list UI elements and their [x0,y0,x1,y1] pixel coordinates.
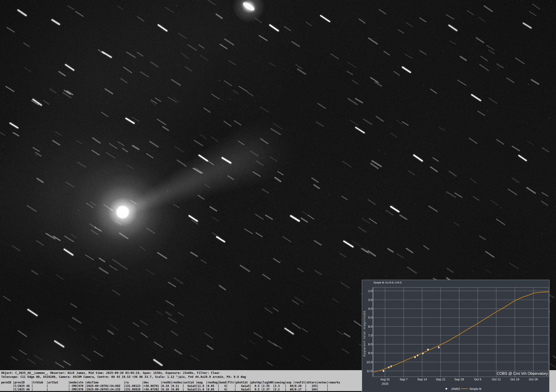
y-axis-label: Apparent total magnitude [363,310,366,357]
data-point [383,370,384,372]
fit-curve [374,292,549,372]
astro-image-viewer: Object: C_2025_A6__Lemmon_, Observer: Ni… [0,0,556,392]
partial-table-row [0,391,362,392]
y-tick-label: 7.0 [368,334,372,337]
data-point [438,346,440,348]
cobs-lightcurve-panel: Aug 31Sep 7Sep 14Sep 21Sep 28Oct 5Oct 12… [362,280,549,392]
x-tick-label: Sep 14 [417,378,427,381]
y-tick-label: 4.0 [368,307,372,310]
y-tick-label: 8.0 [368,343,372,346]
x-axis-year-label: 2025 [382,382,389,385]
x-tick-label: Aug 31 [380,378,390,381]
legend-label: Simple fit [469,387,481,391]
chart-title: Simple fit: H₀=6.6; n=6.0; [373,281,402,284]
y-tick-label: 5.0 [368,316,372,319]
y-tick-label: 11.0 [367,369,372,373]
y-tick-label: 10.0 [366,361,372,364]
x-tick-label: Sep 21 [436,378,445,381]
x-tick-label: Sep 28 [455,378,464,381]
observatory-watermark: COBS @ Crni Vrh Observatory [497,372,548,376]
y-tick-label: 9.0 [368,351,372,355]
lightcurve-chart: Aug 31Sep 7Sep 14Sep 21Sep 28Oct 5Oct 12… [362,280,549,392]
y-tick-label: 6.0 [368,325,372,328]
x-tick-label: Oct 12 [492,378,501,381]
x-tick-label: Oct 26 [529,378,538,381]
y-tick-label: 3.0 [368,298,372,302]
legend-point-marker [445,388,447,389]
x-tick-label: Oct 5 [474,378,481,381]
legend-label: JAM02 [451,387,460,391]
x-tick-label: Sep 7 [400,378,408,381]
y-tick-label: 2.0 [368,289,372,293]
x-tick-label: Oct 19 [510,378,519,381]
